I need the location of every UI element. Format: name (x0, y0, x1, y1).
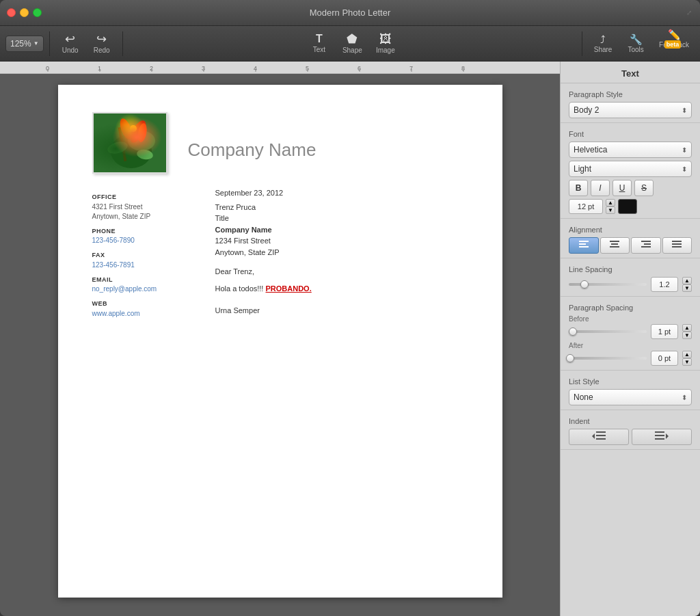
font-family-select[interactable]: Helvetica ⬍ (569, 142, 692, 158)
svg-rect-12 (579, 246, 589, 247)
text-button[interactable]: T Text (304, 30, 334, 57)
before-spacing-down-button[interactable]: ▼ (682, 332, 692, 339)
indent-decrease-button[interactable] (569, 429, 629, 445)
before-spacing-up-button[interactable]: ▲ (682, 324, 692, 332)
maximize-button[interactable] (33, 8, 42, 17)
recipient-company: Company Name (215, 224, 468, 236)
font-size-input[interactable]: 12 pt (569, 199, 603, 214)
after-spacing-up-button[interactable]: ▲ (682, 351, 692, 358)
line-spacing-group: Line Spacing 1.2 ▲ ▼ (561, 258, 700, 297)
text-color-swatch[interactable] (618, 199, 637, 214)
align-center-button[interactable] (600, 237, 630, 254)
indent-increase-button[interactable] (632, 429, 692, 445)
before-slider-row: 1 pt ▲ ▼ (569, 324, 692, 339)
tools-button[interactable]: 🔧 Tools (621, 31, 651, 56)
zoom-control[interactable]: 125% ▼ (5, 36, 44, 52)
italic-icon: I (599, 183, 601, 193)
panel-title: Text (561, 62, 700, 83)
document-page[interactable]: Company Name OFFICE 4321 First Street An… (58, 85, 502, 598)
paragraph-style-select[interactable]: Body 2 ⬍ (569, 102, 692, 118)
line-spacing-up-button[interactable]: ▲ (682, 277, 692, 284)
ruler-mark-1: 1 (98, 65, 101, 72)
letter-body: September 23, 2012 Trenz Pruca Title Com… (215, 187, 468, 319)
line-spacing-spinner: ▲ ▼ (682, 277, 692, 292)
font-group: Font Helvetica ⬍ Light ⬍ B I (561, 123, 700, 219)
page-wrapper: Company Name OFFICE 4321 First Street An… (47, 74, 513, 608)
align-left-button[interactable] (569, 237, 599, 254)
line-spacing-value[interactable]: 1.2 (651, 277, 678, 292)
minimize-button[interactable] (20, 8, 29, 17)
resize-handle[interactable]: ⤢ (686, 9, 695, 17)
line-spacing-track[interactable] (569, 283, 647, 286)
align-justify-button[interactable] (662, 237, 692, 254)
svg-point-8 (106, 139, 129, 155)
font-size-up-button[interactable]: ▲ (606, 199, 615, 206)
image-button[interactable]: 🖼 Image (371, 30, 401, 57)
after-spacing-down-button[interactable]: ▼ (682, 358, 692, 366)
svg-rect-27 (655, 435, 664, 436)
before-spacing-track[interactable] (569, 330, 647, 333)
ruler-mark-3: 3 (202, 65, 205, 72)
image-icon: 🖼 (379, 33, 392, 45)
feedback-button[interactable]: ✏️ Feedback beta (654, 27, 695, 61)
letter-date: September 23, 2012 (215, 187, 468, 199)
font-weight-arrow-icon: ⬍ (682, 165, 687, 173)
toolbar-separator-3 (582, 31, 582, 56)
company-name-header: Company Name (188, 112, 317, 174)
font-label: Font (569, 130, 692, 138)
font-weight-select[interactable]: Light ⬍ (569, 161, 692, 177)
svg-rect-21 (672, 246, 682, 247)
ruler-mark-4: 4 (254, 65, 257, 72)
font-style-row: B I U S (569, 180, 692, 196)
paragraph-spacing-label: Paragraph Spacing (569, 304, 692, 312)
svg-rect-11 (579, 243, 586, 245)
after-spacing-value[interactable]: 0 pt (651, 351, 678, 366)
ruler-mark-2: 2 (150, 65, 153, 72)
underline-button[interactable]: U (612, 180, 632, 196)
align-right-button[interactable] (631, 237, 661, 254)
font-size-value: 12 pt (578, 202, 594, 211)
letter-header: Company Name (92, 112, 468, 174)
after-spacing-thumb[interactable] (566, 354, 574, 362)
email-label: EMAIL (92, 276, 215, 284)
ruler-mark-5: 5 (306, 65, 309, 72)
undo-button[interactable]: ↩ Undo (55, 30, 85, 57)
svg-point-5 (118, 117, 134, 141)
ruler-mark-8: 8 (461, 65, 465, 72)
list-style-value: None (574, 392, 593, 402)
paragraph-style-arrow-icon: ⬍ (682, 107, 687, 114)
strikethrough-button[interactable]: S (634, 180, 654, 196)
after-slider-row: 0 pt ▲ ▼ (569, 351, 692, 366)
svg-rect-20 (672, 243, 682, 245)
line-spacing-thumb[interactable] (580, 280, 589, 289)
after-label: After (569, 342, 692, 349)
tools-label: Tools (628, 46, 643, 53)
before-spacing-value[interactable]: 1 pt (651, 324, 678, 339)
before-spacing-thumb[interactable] (569, 327, 577, 336)
line-spacing-down-button[interactable]: ▼ (682, 284, 692, 292)
ruler-mark-7: 7 (409, 65, 413, 72)
font-family-value: Helvetica (574, 145, 607, 155)
text-panel: Text Paragraph Style Body 2 ⬍ Font Helve… (560, 62, 700, 616)
redo-button[interactable]: ↪ Redo (87, 30, 117, 57)
list-style-select[interactable]: None ⬍ (569, 389, 692, 405)
after-spacing-track[interactable] (569, 357, 647, 360)
office-address1: 4321 First Street (92, 202, 215, 212)
zoom-label: 125% (10, 39, 31, 49)
bold-button[interactable]: B (569, 180, 588, 196)
app-window: Modern Photo Letter ⤢ 125% ▼ ↩ Undo ↪ Re… (0, 0, 700, 616)
after-spacing-spinner: ▲ ▼ (682, 351, 692, 366)
close-button[interactable] (7, 8, 16, 17)
align-left-icon (579, 241, 589, 250)
italic-button[interactable]: I (591, 180, 610, 196)
after-spacing-display: 0 pt (658, 354, 671, 362)
underline-icon: U (619, 183, 625, 193)
feedback-icon: ✏️ (668, 29, 681, 40)
canvas-area[interactable]: 0 1 2 3 4 5 6 7 8 (0, 62, 560, 616)
font-size-down-button[interactable]: ▼ (606, 206, 615, 214)
letter-photo[interactable] (92, 112, 167, 174)
shape-button[interactable]: ⬟ Shape (337, 30, 368, 57)
indent-label: Indent (569, 417, 692, 425)
share-button[interactable]: ⤴ Share (588, 31, 618, 56)
svg-rect-22 (596, 431, 606, 433)
